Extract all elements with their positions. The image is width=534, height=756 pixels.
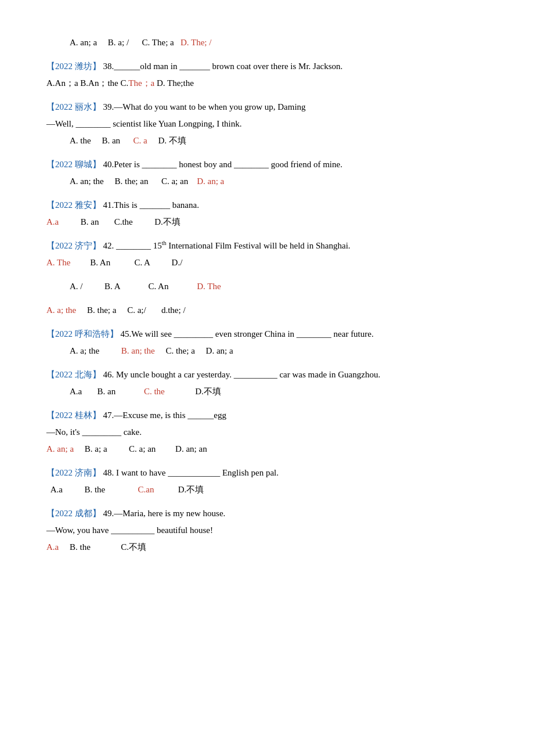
mid2-d: d.the; / [148, 305, 185, 315]
tag-45: 【2022 呼和浩特】 [46, 329, 118, 339]
q48-line1: 【2022 济南】 48. I want to have ___________… [46, 465, 488, 481]
question-45: 【2022 呼和浩特】 45.We will see _________ eve… [46, 326, 488, 359]
q46-b: B. an [84, 387, 116, 396]
question-38: 【2022 潍坊】 38.______old man in _______ br… [46, 59, 488, 91]
q39-a: A. the [70, 136, 91, 145]
q40-d: D. an; a [190, 177, 224, 186]
option-c: C. The; a [131, 38, 174, 47]
q46-options: A.a B. an C. the D.不填 [70, 384, 488, 399]
q48-a: A.a [46, 485, 63, 494]
question-49: 【2022 成都】 49.—Maria, here is my new hous… [46, 506, 488, 555]
q38-c: The；a [128, 78, 154, 88]
q49-c: C.不填 [93, 542, 147, 552]
q38-a: A.An；a B.An；the C. [46, 78, 128, 88]
q42-a: A. The [46, 258, 70, 267]
q38-text: 38.______old man in _______ brown coat o… [103, 62, 343, 71]
q48-text: 48. I want to have ____________ English … [103, 468, 279, 477]
tag-48: 【2022 济南】 [46, 468, 101, 477]
tag-42: 【2022 济宁】 [46, 241, 101, 250]
option-a: A. an; a [70, 38, 97, 47]
q45-c: C. the; a [157, 346, 194, 355]
q40-a: A. an; the [70, 177, 104, 186]
q45-d: D. an; a [197, 346, 233, 355]
mid1-a: A. / [70, 282, 83, 291]
question-39: 【2022 丽水】 39.—What do you want to be whe… [46, 99, 488, 149]
q39-b: B. an [93, 136, 120, 145]
option-d: D. The; / [176, 38, 211, 47]
q41-d: D.不填 [135, 217, 181, 226]
q45-options: A. a; the B. an; the C. the; a D. an; a [70, 343, 488, 359]
q39-text1: 39.—What do you want to be when you grow… [103, 102, 306, 111]
mid1-d: D. The [171, 282, 221, 291]
question-46: 【2022 北海】 46. My uncle bought a car yest… [46, 367, 488, 399]
q46-a: A.a [70, 387, 82, 396]
q39-line1: 【2022 丽水】 39.—What do you want to be whe… [46, 99, 488, 115]
question-text: 【2022 潍坊】 38.______old man in _______ br… [46, 59, 488, 74]
q49-options: A.a B. the C.不填 [46, 539, 488, 555]
q42-b: B. An [73, 258, 110, 267]
question-41: 【2022 雅安】 41.This is _______ banana. A.a… [46, 197, 488, 230]
q41-c: C.the [101, 217, 133, 226]
q41-line1: 【2022 雅安】 41.This is _______ banana. [46, 197, 488, 213]
q46-d: D.不填 [167, 387, 221, 396]
q40-line1: 【2022 聊城】 40.Peter is ________ honest bo… [46, 157, 488, 172]
option-b: B. a; / [99, 38, 129, 47]
q39-options: A. the B. an C. a D. 不填 [70, 133, 488, 149]
q40-c: C. a; an [150, 177, 188, 186]
q48-d: D.不填 [156, 485, 204, 494]
q48-c: C.an [107, 485, 154, 494]
q49-b: B. the [61, 542, 91, 552]
q47-line2: —No, it's _________ cake. [46, 424, 488, 440]
q47-text2: —No, it's _________ cake. [46, 427, 142, 437]
q40-text: 40.Peter is ________ honest boy and ____… [103, 160, 342, 169]
q45-text: 45.We will see _________ even stronger C… [121, 329, 374, 339]
q47-b: B. a; a [76, 444, 107, 453]
tag-39: 【2022 丽水】 [46, 102, 101, 111]
mid1-options: A. / B. A C. An D. The [70, 279, 488, 294]
tag-49: 【2022 成都】 [46, 509, 101, 518]
q49-text2: —Wow, you have __________ beautiful hous… [46, 525, 213, 535]
tag-46: 【2022 北海】 [46, 370, 101, 379]
q39-line2: —Well, ________ scientist like Yuan Long… [46, 116, 488, 132]
mid2-b: B. the; a [78, 305, 116, 315]
q45-line1: 【2022 呼和浩特】 45.We will see _________ eve… [46, 326, 488, 342]
q40-options: A. an; the B. the; an C. a; an D. an; a [70, 174, 488, 189]
q39-c: C. a [122, 136, 147, 145]
tag-38: 【2022 潍坊】 [46, 62, 101, 71]
q45-b: B. an; the [102, 346, 155, 355]
q47-options: A. an; a B. a; a C. a; an D. an; an [46, 441, 488, 457]
q49-a: A.a [46, 542, 59, 552]
q42-c: C. A [113, 258, 150, 267]
q45-a: A. a; the [70, 346, 99, 355]
q46-text: 46. My uncle bought a car yesterday. ___… [103, 370, 381, 379]
q49-line2: —Wow, you have __________ beautiful hous… [46, 523, 488, 538]
q38-options: A.An；a B.An；the C.The；a D. The;the [46, 75, 488, 91]
page-content: A. an; a B. a; / C. The; a D. The; / 【20… [46, 35, 488, 555]
options-line: A. an; a B. a; / C. The; a D. The; / [70, 35, 488, 51]
q42-options: A. The B. An C. A D./ [46, 255, 488, 271]
q40-b: B. the; an [106, 177, 148, 186]
q49-line1: 【2022 成都】 49.—Maria, here is my new hous… [46, 506, 488, 521]
tag-41: 【2022 雅安】 [46, 200, 101, 210]
mid2-options: A. a; the B. the; a C. a;/ d.the; / [46, 303, 488, 318]
mid2-a: A. a; the [46, 305, 76, 315]
q39-text2: —Well, ________ scientist like Yuan Long… [46, 119, 242, 128]
question-40: 【2022 聊城】 40.Peter is ________ honest bo… [46, 157, 488, 189]
q47-d: D. an; an [158, 444, 207, 453]
q46-c: C. the [118, 387, 165, 396]
q41-a: A.a [46, 217, 59, 226]
question-mid2: A. a; the B. the; a C. a;/ d.the; / [46, 303, 488, 318]
q42-d: D./ [152, 258, 183, 267]
q49-text1: 49.—Maria, here is my new house. [103, 509, 226, 518]
tag-40: 【2022 聊城】 [46, 160, 101, 169]
question-mid1: A. / B. A C. An D. The [46, 279, 488, 294]
q41-b: B. an [61, 217, 99, 226]
q39-d: D. 不填 [150, 136, 186, 145]
mid1-b: B. A [85, 282, 120, 291]
mid2-c: C. a;/ [118, 305, 146, 315]
q47-a: A. an; a [46, 444, 74, 453]
q38-d: D. The;the [154, 78, 194, 88]
tag-47: 【2022 桂林】 [46, 411, 101, 420]
q47-text1: 47.—Excuse me, is this ______egg [103, 411, 226, 420]
question-top: A. an; a B. a; / C. The; a D. The; / [46, 35, 488, 51]
